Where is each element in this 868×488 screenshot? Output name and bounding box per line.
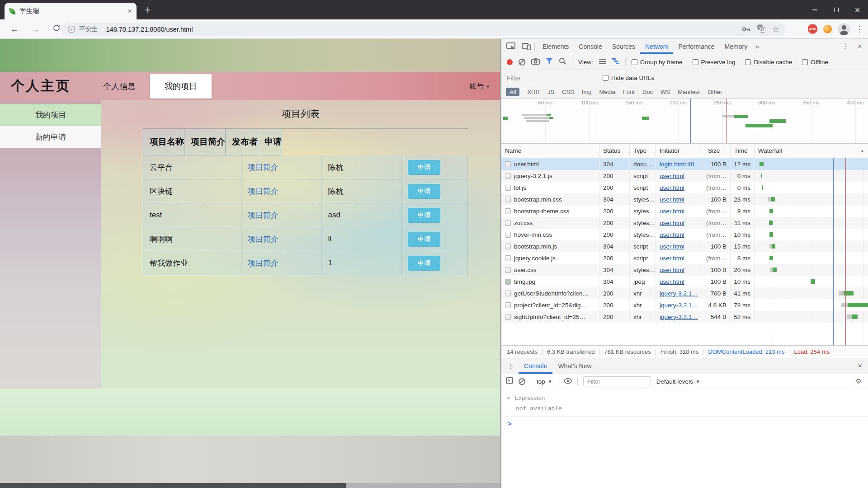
network-request-row[interactable]: bootstrap-theme.css 200 styles… user.htm…: [501, 205, 868, 217]
large-rows-icon[interactable]: [599, 58, 606, 66]
account-menu[interactable]: 账号 ▾: [469, 81, 489, 91]
type-filter-pill[interactable]: WS: [660, 89, 670, 95]
column-header-time[interactable]: Time: [731, 144, 755, 158]
network-request-row[interactable]: bootstrap.min.css 304 styles… user.html …: [501, 193, 868, 205]
type-filter-pill[interactable]: Font: [623, 89, 635, 95]
apply-button[interactable]: 申请: [408, 232, 440, 247]
back-button[interactable]: ←: [10, 24, 19, 34]
maximize-button[interactable]: [826, 0, 847, 19]
bookmark-star-icon[interactable]: ☆: [772, 25, 779, 33]
console-tab[interactable]: What's New: [552, 358, 597, 374]
page-info-icon[interactable]: i: [68, 26, 75, 33]
devtools-tab[interactable]: Performance: [673, 39, 719, 54]
devtools-tab[interactable]: Elements: [538, 39, 574, 54]
intro-link[interactable]: 项目简介: [248, 162, 278, 173]
network-request-row[interactable]: jquery-3.2.1.js 200 script user.html (fr…: [501, 170, 868, 182]
apply-button[interactable]: 申请: [408, 160, 440, 175]
devtools-tab[interactable]: Sources: [607, 39, 640, 54]
column-header-size[interactable]: Size: [704, 144, 731, 158]
toolbar-checkbox[interactable]: Preserve log: [693, 59, 736, 66]
close-button[interactable]: ×: [847, 0, 868, 19]
drawer-menu-icon[interactable]: ⋮: [503, 362, 519, 371]
type-filter-pill[interactable]: CSS: [562, 89, 574, 95]
console-sidebar-icon[interactable]: [506, 377, 513, 385]
devtools-tab[interactable]: Memory: [720, 39, 753, 54]
expression-placeholder[interactable]: Expression: [515, 394, 545, 401]
page-nav-tab[interactable]: 个人信息: [89, 74, 150, 99]
type-filter-pill[interactable]: Doc: [642, 89, 653, 95]
apply-button[interactable]: 申请: [408, 256, 440, 271]
record-button[interactable]: [507, 59, 513, 65]
console-settings-gear-icon[interactable]: ⚙: [854, 377, 863, 385]
apply-button[interactable]: 申请: [408, 208, 440, 223]
type-filter-pill[interactable]: Manifest: [678, 89, 700, 95]
toolbar-checkbox[interactable]: Offline: [802, 59, 828, 66]
initiator-link[interactable]: user.html: [660, 243, 684, 250]
toolbar-checkbox[interactable]: Group by frame: [632, 59, 683, 66]
devtools-close-icon[interactable]: ×: [854, 42, 866, 51]
column-header-status[interactable]: Status: [599, 144, 630, 158]
inspect-element-icon[interactable]: [503, 42, 519, 50]
adblock-extension-icon[interactable]: ABP: [808, 24, 817, 34]
column-header-waterfall[interactable]: Waterfall ▲: [755, 144, 868, 158]
apply-button[interactable]: 申请: [408, 184, 440, 199]
network-request-row[interactable]: getUserStudentInfo?clien… 200 xhr jquery…: [501, 287, 868, 299]
browser-menu-icon[interactable]: ⋮: [856, 24, 863, 34]
profile-avatar[interactable]: [838, 23, 850, 35]
page-nav-tab[interactable]: 我的项目: [150, 74, 212, 99]
checkbox-box[interactable]: [603, 75, 609, 81]
screenshot-camera-icon[interactable]: [531, 57, 540, 66]
type-filter-pill[interactable]: Other: [708, 89, 722, 95]
initiator-link[interactable]: jquery-3.2.1…: [660, 314, 698, 320]
horizontal-scrollbar[interactable]: [0, 483, 500, 488]
devtools-tab[interactable]: Network: [640, 39, 673, 54]
checkbox-box[interactable]: [802, 59, 808, 65]
initiator-link[interactable]: user.html: [660, 231, 684, 238]
checkbox-box[interactable]: [693, 59, 698, 65]
network-request-row[interactable]: sighUpInfo?client_id=25… 200 xhr jquery-…: [501, 311, 868, 323]
devtools-menu-icon[interactable]: ⋮: [838, 42, 854, 51]
initiator-link[interactable]: login.html:40: [660, 161, 694, 168]
initiator-link[interactable]: user.html: [660, 208, 684, 215]
initiator-link[interactable]: user.html: [660, 255, 684, 262]
toolbar-checkbox[interactable]: Disable cache: [745, 59, 792, 66]
intro-link[interactable]: 项目简介: [248, 186, 278, 197]
new-tab-button[interactable]: +: [145, 4, 151, 16]
console-filter-input[interactable]: [583, 376, 651, 386]
console-tab[interactable]: Console: [519, 358, 552, 374]
network-request-row[interactable]: zui.css 200 styles… user.html (from… 11 …: [501, 217, 868, 229]
network-request-row[interactable]: bootstrap.min.js 304 script user.html 10…: [501, 240, 868, 252]
initiator-link[interactable]: user.html: [660, 267, 684, 273]
network-overview-timeline[interactable]: 50 ms 100 ms 150 ms 200 ms 250 ms 300 ms…: [501, 99, 868, 144]
translate-icon[interactable]: A: [757, 24, 765, 34]
drawer-close-icon[interactable]: ×: [854, 361, 866, 371]
column-header-initiator[interactable]: Initiator: [656, 144, 704, 158]
initiator-link[interactable]: user.html: [660, 196, 684, 203]
more-tabs-chevron[interactable]: »: [752, 43, 762, 50]
network-request-row[interactable]: hover-min.css 200 styles… user.html (fro…: [501, 229, 868, 240]
url-text[interactable]: 148.70.137.21:8080/user.html: [106, 26, 738, 33]
network-filter-input[interactable]: [507, 75, 597, 82]
column-header-type[interactable]: Type: [630, 144, 656, 158]
tab-close-icon[interactable]: ×: [127, 7, 132, 15]
intro-link[interactable]: 项目简介: [248, 258, 278, 268]
sidebar-item[interactable]: 我的项目: [0, 104, 101, 126]
initiator-link[interactable]: user.html: [660, 220, 684, 226]
intro-link[interactable]: 项目简介: [248, 234, 278, 244]
search-icon[interactable]: [559, 57, 566, 66]
network-request-row[interactable]: user.css 304 styles… user.html 100 B 20 …: [501, 264, 868, 276]
filter-funnel-icon[interactable]: [546, 58, 553, 66]
initiator-link[interactable]: user.html: [660, 278, 684, 285]
type-filter-pill[interactable]: All: [506, 88, 519, 96]
live-expression-eye-icon[interactable]: [564, 377, 572, 385]
type-filter-pill[interactable]: Media: [599, 89, 615, 95]
device-toolbar-icon[interactable]: [519, 42, 534, 50]
devtools-tab[interactable]: Console: [574, 39, 607, 54]
network-request-row[interactable]: user.html 304 docu… login.html:40 100 B …: [501, 158, 868, 170]
hide-data-urls-checkbox[interactable]: Hide data URLs: [603, 75, 654, 81]
address-bar[interactable]: i 不安全 148.70.137.21:8080/user.html A ☆: [61, 23, 786, 36]
initiator-link[interactable]: user.html: [660, 184, 684, 191]
overview-toggle-icon[interactable]: [612, 58, 619, 66]
extension-icon[interactable]: [823, 25, 832, 33]
checkbox-box[interactable]: [632, 59, 637, 65]
